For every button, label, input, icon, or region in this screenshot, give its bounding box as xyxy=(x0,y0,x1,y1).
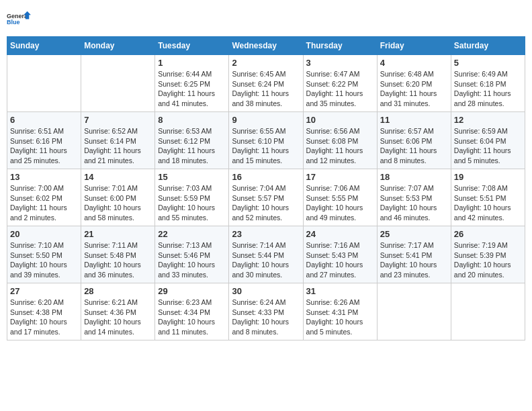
week-row-4: 27Sunrise: 6:20 AM Sunset: 4:38 PM Dayli… xyxy=(7,283,525,340)
day-number: 10 xyxy=(306,115,374,125)
day-cell: 6Sunrise: 6:51 AM Sunset: 6:16 PM Daylig… xyxy=(7,112,81,169)
day-number: 12 xyxy=(454,115,522,125)
day-number: 4 xyxy=(380,58,448,68)
day-cell xyxy=(377,283,451,340)
logo: General Blue xyxy=(7,7,31,31)
week-row-1: 6Sunrise: 6:51 AM Sunset: 6:16 PM Daylig… xyxy=(7,112,525,169)
day-info: Sunrise: 6:55 AM Sunset: 6:10 PM Dayligh… xyxy=(232,126,300,166)
day-info: Sunrise: 6:57 AM Sunset: 6:06 PM Dayligh… xyxy=(380,126,448,166)
day-number: 15 xyxy=(158,172,226,182)
day-info: Sunrise: 6:49 AM Sunset: 6:18 PM Dayligh… xyxy=(454,69,522,109)
day-cell: 4Sunrise: 6:48 AM Sunset: 6:20 PM Daylig… xyxy=(377,55,451,112)
day-number: 3 xyxy=(306,58,374,68)
day-info: Sunrise: 7:17 AM Sunset: 5:41 PM Dayligh… xyxy=(380,240,448,280)
col-header-thursday: Thursday xyxy=(303,37,377,55)
day-cell: 16Sunrise: 7:04 AM Sunset: 5:57 PM Dayli… xyxy=(229,169,303,226)
day-info: Sunrise: 7:16 AM Sunset: 5:43 PM Dayligh… xyxy=(306,240,374,280)
day-number: 7 xyxy=(84,115,152,125)
day-info: Sunrise: 6:21 AM Sunset: 4:36 PM Dayligh… xyxy=(84,298,152,337)
day-number: 31 xyxy=(306,286,374,296)
day-info: Sunrise: 7:03 AM Sunset: 5:59 PM Dayligh… xyxy=(158,183,226,223)
day-info: Sunrise: 6:23 AM Sunset: 4:34 PM Dayligh… xyxy=(158,298,226,337)
page-header: General Blue xyxy=(7,7,525,31)
day-cell: 13Sunrise: 7:00 AM Sunset: 6:02 PM Dayli… xyxy=(7,169,81,226)
day-cell: 28Sunrise: 6:21 AM Sunset: 4:36 PM Dayli… xyxy=(81,283,155,340)
day-cell: 15Sunrise: 7:03 AM Sunset: 5:59 PM Dayli… xyxy=(155,169,229,226)
day-cell: 7Sunrise: 6:52 AM Sunset: 6:14 PM Daylig… xyxy=(81,112,155,169)
day-info: Sunrise: 6:56 AM Sunset: 6:08 PM Dayligh… xyxy=(306,126,374,166)
day-cell: 5Sunrise: 6:49 AM Sunset: 6:18 PM Daylig… xyxy=(451,55,525,112)
day-number: 17 xyxy=(306,172,374,182)
day-info: Sunrise: 6:52 AM Sunset: 6:14 PM Dayligh… xyxy=(84,126,152,166)
day-info: Sunrise: 6:20 AM Sunset: 4:38 PM Dayligh… xyxy=(10,298,78,337)
day-number: 2 xyxy=(232,58,300,68)
day-number: 11 xyxy=(380,115,448,125)
col-header-monday: Monday xyxy=(81,37,155,55)
day-number: 9 xyxy=(232,115,300,125)
logo-svg: General Blue xyxy=(7,7,31,31)
day-number: 8 xyxy=(158,115,226,125)
calendar-table: SundayMondayTuesdayWednesdayThursdayFrid… xyxy=(7,36,525,340)
day-number: 14 xyxy=(84,172,152,182)
day-cell: 27Sunrise: 6:20 AM Sunset: 4:38 PM Dayli… xyxy=(7,283,81,340)
day-number: 20 xyxy=(10,229,78,239)
day-number: 26 xyxy=(454,229,522,239)
day-number: 1 xyxy=(158,58,226,68)
day-number: 19 xyxy=(454,172,522,182)
day-info: Sunrise: 7:04 AM Sunset: 5:57 PM Dayligh… xyxy=(232,183,300,223)
day-cell: 11Sunrise: 6:57 AM Sunset: 6:06 PM Dayli… xyxy=(377,112,451,169)
day-info: Sunrise: 6:59 AM Sunset: 6:04 PM Dayligh… xyxy=(454,126,522,166)
day-cell: 1Sunrise: 6:44 AM Sunset: 6:25 PM Daylig… xyxy=(155,55,229,112)
day-info: Sunrise: 6:48 AM Sunset: 6:20 PM Dayligh… xyxy=(380,69,448,109)
day-info: Sunrise: 6:26 AM Sunset: 4:31 PM Dayligh… xyxy=(306,298,374,337)
col-header-saturday: Saturday xyxy=(451,37,525,55)
day-cell: 29Sunrise: 6:23 AM Sunset: 4:34 PM Dayli… xyxy=(155,283,229,340)
day-number: 23 xyxy=(232,229,300,239)
week-row-3: 20Sunrise: 7:10 AM Sunset: 5:50 PM Dayli… xyxy=(7,226,525,283)
day-number: 25 xyxy=(380,229,448,239)
day-number: 22 xyxy=(158,229,226,239)
calendar-header-row: SundayMondayTuesdayWednesdayThursdayFrid… xyxy=(7,37,525,55)
day-info: Sunrise: 7:14 AM Sunset: 5:44 PM Dayligh… xyxy=(232,240,300,280)
day-cell: 18Sunrise: 7:07 AM Sunset: 5:53 PM Dayli… xyxy=(377,169,451,226)
day-info: Sunrise: 7:08 AM Sunset: 5:51 PM Dayligh… xyxy=(454,183,522,223)
day-info: Sunrise: 6:53 AM Sunset: 6:12 PM Dayligh… xyxy=(158,126,226,166)
day-number: 30 xyxy=(232,286,300,296)
day-cell: 25Sunrise: 7:17 AM Sunset: 5:41 PM Dayli… xyxy=(377,226,451,283)
day-info: Sunrise: 6:51 AM Sunset: 6:16 PM Dayligh… xyxy=(10,126,78,166)
day-cell: 23Sunrise: 7:14 AM Sunset: 5:44 PM Dayli… xyxy=(229,226,303,283)
day-cell: 2Sunrise: 6:45 AM Sunset: 6:24 PM Daylig… xyxy=(229,55,303,112)
day-cell: 17Sunrise: 7:06 AM Sunset: 5:55 PM Dayli… xyxy=(303,169,377,226)
day-cell: 20Sunrise: 7:10 AM Sunset: 5:50 PM Dayli… xyxy=(7,226,81,283)
day-cell: 31Sunrise: 6:26 AM Sunset: 4:31 PM Dayli… xyxy=(303,283,377,340)
day-cell: 26Sunrise: 7:19 AM Sunset: 5:39 PM Dayli… xyxy=(451,226,525,283)
day-info: Sunrise: 7:10 AM Sunset: 5:50 PM Dayligh… xyxy=(10,240,78,280)
day-number: 29 xyxy=(158,286,226,296)
day-number: 5 xyxy=(454,58,522,68)
week-row-2: 13Sunrise: 7:00 AM Sunset: 6:02 PM Dayli… xyxy=(7,169,525,226)
col-header-sunday: Sunday xyxy=(7,37,81,55)
day-cell: 9Sunrise: 6:55 AM Sunset: 6:10 PM Daylig… xyxy=(229,112,303,169)
day-info: Sunrise: 7:06 AM Sunset: 5:55 PM Dayligh… xyxy=(306,183,374,223)
day-number: 24 xyxy=(306,229,374,239)
col-header-wednesday: Wednesday xyxy=(229,37,303,55)
day-cell: 21Sunrise: 7:11 AM Sunset: 5:48 PM Dayli… xyxy=(81,226,155,283)
day-cell: 30Sunrise: 6:24 AM Sunset: 4:33 PM Dayli… xyxy=(229,283,303,340)
day-cell: 14Sunrise: 7:01 AM Sunset: 6:00 PM Dayli… xyxy=(81,169,155,226)
day-cell: 19Sunrise: 7:08 AM Sunset: 5:51 PM Dayli… xyxy=(451,169,525,226)
day-cell: 12Sunrise: 6:59 AM Sunset: 6:04 PM Dayli… xyxy=(451,112,525,169)
day-cell xyxy=(81,55,155,112)
day-info: Sunrise: 7:13 AM Sunset: 5:46 PM Dayligh… xyxy=(158,240,226,280)
day-number: 13 xyxy=(10,172,78,182)
day-number: 27 xyxy=(10,286,78,296)
day-info: Sunrise: 6:45 AM Sunset: 6:24 PM Dayligh… xyxy=(232,69,300,109)
day-number: 21 xyxy=(84,229,152,239)
day-cell: 24Sunrise: 7:16 AM Sunset: 5:43 PM Dayli… xyxy=(303,226,377,283)
day-number: 18 xyxy=(380,172,448,182)
day-number: 6 xyxy=(10,115,78,125)
day-cell xyxy=(7,55,81,112)
day-cell: 22Sunrise: 7:13 AM Sunset: 5:46 PM Dayli… xyxy=(155,226,229,283)
day-info: Sunrise: 7:00 AM Sunset: 6:02 PM Dayligh… xyxy=(10,183,78,223)
day-number: 28 xyxy=(84,286,152,296)
col-header-friday: Friday xyxy=(377,37,451,55)
